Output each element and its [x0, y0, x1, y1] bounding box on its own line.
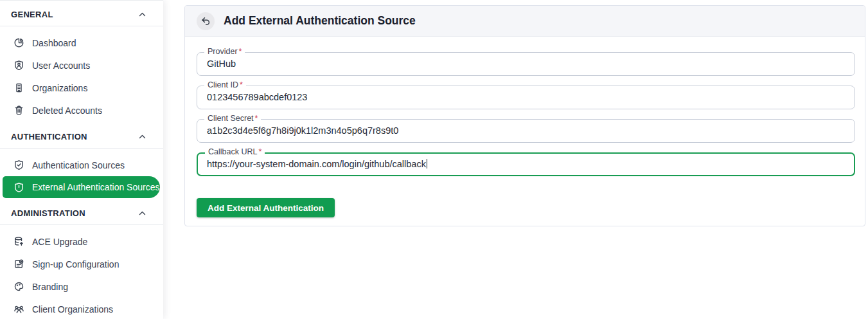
- section-header-authentication[interactable]: AUTHENTICATION: [0, 125, 163, 149]
- callback-url-label: Callback URL*: [205, 147, 265, 156]
- sidebar-item-user-accounts[interactable]: User Accounts: [0, 54, 163, 77]
- sidebar-item-deleted-accounts[interactable]: Deleted Accounts: [0, 99, 163, 122]
- section-label: GENERAL: [11, 10, 53, 19]
- user-badge-icon: [13, 60, 24, 71]
- shield-check-icon: [13, 160, 24, 170]
- document-check-icon: [13, 259, 24, 269]
- sidebar-item-organizations[interactable]: Organizations: [0, 77, 163, 99]
- trash-icon: [13, 105, 24, 116]
- card-header: Add External Authentication Source: [185, 6, 865, 37]
- provider-label: Provider*: [204, 47, 245, 56]
- sidebar: GENERAL Dashboard User Accounts Organ: [0, 0, 163, 319]
- sidebar-item-external-authentication-sources[interactable]: External Authentication Sources: [3, 176, 160, 198]
- section-header-general[interactable]: GENERAL: [0, 3, 163, 26]
- database-upgrade-icon: [13, 236, 24, 247]
- palette-icon: [13, 281, 24, 292]
- required-asterisk: *: [239, 47, 242, 56]
- sidebar-item-ace-upgrade[interactable]: ACE Upgrade: [0, 230, 163, 253]
- client-id-input[interactable]: 0123456789abcdef0123: [197, 86, 855, 109]
- sidebar-item-label: Authentication Sources: [32, 160, 125, 170]
- sidebar-item-label: Deleted Accounts: [32, 105, 102, 116]
- sidebar-item-branding[interactable]: Branding: [0, 275, 163, 298]
- callback-url-field[interactable]: Callback URL* https://your-system-domain…: [197, 152, 855, 176]
- sidebar-item-authentication-sources[interactable]: Authentication Sources: [0, 154, 163, 176]
- card-body: Provider* GitHub Client ID* 0123456789ab…: [185, 37, 865, 217]
- client-secret-label: Client Secret*: [204, 114, 261, 123]
- section-items-general: Dashboard User Accounts Organizations De…: [0, 26, 163, 125]
- section-items-administration: ACE Upgrade Sign-up Configuration Brandi…: [0, 225, 163, 319]
- sidebar-item-label: ACE Upgrade: [32, 237, 87, 247]
- sidebar-item-client-organizations[interactable]: Client Organizations: [0, 298, 163, 319]
- page-title: Add External Authentication Source: [224, 14, 416, 28]
- section-items-authentication: Authentication Sources External Authenti…: [0, 149, 163, 202]
- sidebar-item-label: Branding: [32, 282, 68, 292]
- section-header-administration[interactable]: ADMINISTRATION: [0, 202, 163, 225]
- people-icon: [13, 304, 24, 314]
- client-secret-field[interactable]: Client Secret* a1b2c3d4e5f6g7h8i9j0k1l2m…: [197, 119, 855, 143]
- sidebar-item-label: Dashboard: [32, 38, 76, 48]
- sidebar-item-label: Organizations: [32, 83, 87, 93]
- sidebar-item-dashboard[interactable]: Dashboard: [0, 32, 163, 54]
- sidebar-item-signup-configuration[interactable]: Sign-up Configuration: [0, 253, 163, 275]
- add-external-authentication-button[interactable]: Add External Authentication: [197, 198, 335, 217]
- required-asterisk: *: [258, 147, 261, 156]
- client-id-field[interactable]: Client ID* 0123456789abcdef0123: [197, 86, 855, 109]
- pie-chart-icon: [13, 37, 24, 48]
- sidebar-item-label: Client Organizations: [32, 304, 113, 314]
- chevron-up-icon: [139, 134, 146, 139]
- client-secret-input[interactable]: a1b2c3d4e5f6g7h8i9j0k1l2m3n4o5p6q7r8s9t0: [197, 120, 855, 142]
- back-arrow-icon: [200, 15, 211, 27]
- building-icon: [13, 82, 24, 93]
- sidebar-item-label: External Authentication Sources: [32, 182, 159, 192]
- section-label: AUTHENTICATION: [11, 132, 87, 141]
- add-external-auth-card: Add External Authentication Source Provi…: [184, 5, 865, 226]
- shield-alert-icon: [13, 182, 24, 193]
- back-button[interactable]: [197, 12, 215, 30]
- admin-app: GENERAL Dashboard User Accounts Organ: [0, 0, 868, 319]
- callback-url-input[interactable]: https://your-system-domain.com/login/git…: [198, 154, 854, 175]
- chevron-up-icon: [139, 211, 146, 215]
- sidebar-item-label: User Accounts: [32, 60, 90, 71]
- required-asterisk: *: [255, 114, 258, 123]
- section-label: ADMINISTRATION: [11, 208, 85, 218]
- client-id-label: Client ID*: [204, 80, 246, 89]
- required-asterisk: *: [240, 80, 243, 89]
- provider-field[interactable]: Provider* GitHub: [197, 52, 855, 76]
- provider-input[interactable]: GitHub: [197, 53, 855, 75]
- chevron-up-icon: [139, 12, 146, 17]
- sidebar-item-label: Sign-up Configuration: [32, 259, 119, 269]
